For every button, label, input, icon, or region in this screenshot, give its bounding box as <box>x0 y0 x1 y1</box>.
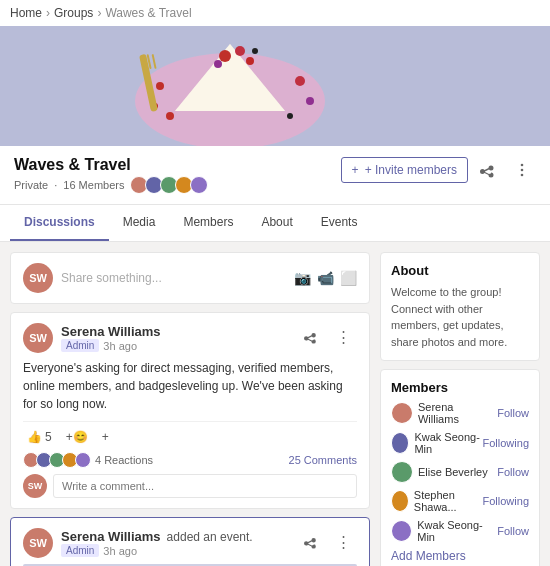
admin-badge: Admin <box>61 339 99 352</box>
like-count: 5 <box>45 430 52 444</box>
post-header: SW Serena Williams Admin 3h ago ⋮ <box>23 323 357 353</box>
group-members-count: 16 Members <box>63 179 124 191</box>
share-input[interactable]: Share something... <box>61 271 286 285</box>
tab-media[interactable]: Media <box>109 205 170 241</box>
member-row: Stephen Shawa... Following <box>391 489 529 513</box>
svg-point-9 <box>156 82 164 90</box>
member-row: Serena Williams Follow <box>391 401 529 425</box>
invite-label: + Invite members <box>365 163 457 177</box>
member-row: Kwak Seong-Min Follow <box>391 519 529 543</box>
share-tools: 📷 📹 ⬜ <box>294 270 357 286</box>
share-group-button[interactable] <box>474 156 502 184</box>
emoji-icon: +😊 <box>66 430 88 444</box>
reactions-summary: 4 Reactions <box>23 452 153 468</box>
attach-icon[interactable]: ⬜ <box>340 270 357 286</box>
member-name: Kwak Seong-Min <box>414 431 482 455</box>
breadcrumb: Home › Groups › Wawes & Travel <box>0 0 550 26</box>
invite-members-button[interactable]: + + Invite members <box>341 157 468 183</box>
member-avatar <box>391 461 413 483</box>
post2-share-button[interactable] <box>297 528 325 556</box>
comment-input[interactable] <box>53 474 357 498</box>
sidebar-members-card: Members Serena Williams Follow Kwak Seon… <box>380 369 540 566</box>
about-text: Welcome to the group! Connect with other… <box>391 284 529 350</box>
tabs-bar: Discussions Media Members About Events <box>0 205 550 242</box>
post2-header: SW Serena Williams added an event. Admin… <box>23 528 357 558</box>
post2-action: added an event. <box>167 530 253 544</box>
main-layout: SW Share something... 📷 📹 ⬜ SW Serena Wi… <box>0 242 550 566</box>
svg-point-6 <box>246 57 254 65</box>
add-reaction-button[interactable]: + <box>98 428 113 446</box>
reactions-count: 4 Reactions <box>95 454 153 466</box>
group-info: Waves & Travel Private · 16 Members <box>14 156 208 194</box>
emoji-button[interactable]: +😊 <box>62 428 92 446</box>
post-options: ⋮ <box>297 323 357 351</box>
post2-author: SW Serena Williams added an event. Admin… <box>23 528 253 558</box>
share-icon <box>304 330 318 344</box>
group-name: Waves & Travel <box>14 156 208 174</box>
breadcrumb-home[interactable]: Home <box>10 6 42 20</box>
post-share-button[interactable] <box>297 323 325 351</box>
member-info: Kwak Seong-Min <box>391 519 497 543</box>
svg-point-14 <box>166 112 174 120</box>
member-info: Serena Williams <box>391 401 497 425</box>
post2-more-button[interactable]: ⋮ <box>329 528 357 556</box>
add-members-link[interactable]: Add Members <box>391 549 529 563</box>
svg-point-5 <box>235 46 245 56</box>
sidebar: About Welcome to the group! Connect with… <box>380 252 540 566</box>
members-title: Members <box>391 380 529 395</box>
like-button[interactable]: 👍 5 <box>23 428 56 446</box>
about-title: About <box>391 263 529 278</box>
author-info: Serena Williams Admin 3h ago <box>61 324 161 352</box>
share-box: SW Share something... 📷 📹 ⬜ <box>10 252 370 304</box>
follow-button-2[interactable]: Follow <box>497 466 529 478</box>
author-avatar: SW <box>23 323 53 353</box>
author-meta: Admin 3h ago <box>61 339 161 352</box>
follow-button-0[interactable]: Follow <box>497 407 529 419</box>
svg-point-20 <box>521 169 524 172</box>
svg-point-12 <box>306 97 314 105</box>
member-row: Elise Beverley Follow <box>391 461 529 483</box>
comments-count[interactable]: 25 Comments <box>289 454 357 466</box>
svg-point-21 <box>521 174 524 177</box>
like-icon: 👍 <box>27 430 42 444</box>
tab-members[interactable]: Members <box>169 205 247 241</box>
svg-point-19 <box>521 164 524 167</box>
follow-button-4[interactable]: Follow <box>497 525 529 537</box>
hero-illustration <box>0 26 550 146</box>
post2-author-info: Serena Williams added an event. Admin 3h… <box>61 529 253 557</box>
user-avatar: SW <box>23 263 53 293</box>
post-card-2: SW Serena Williams added an event. Admin… <box>10 517 370 566</box>
member-avatar <box>391 520 412 542</box>
more-options-button[interactable] <box>508 156 536 184</box>
breadcrumb-groups[interactable]: Groups <box>54 6 93 20</box>
group-header: Waves & Travel Private · 16 Members + + … <box>0 146 550 205</box>
group-meta: Private · 16 Members <box>14 176 208 194</box>
member-name: Stephen Shawa... <box>414 489 483 513</box>
member-info: Kwak Seong-Min <box>391 431 483 455</box>
post2-meta: Admin 3h ago <box>61 544 253 557</box>
member-info: Stephen Shawa... <box>391 489 483 513</box>
tab-about[interactable]: About <box>247 205 306 241</box>
sidebar-about-card: About Welcome to the group! Connect with… <box>380 252 540 361</box>
follow-button-1[interactable]: Following <box>483 437 529 449</box>
member-avatar <box>391 402 413 424</box>
feed: SW Share something... 📷 📹 ⬜ SW Serena Wi… <box>10 252 370 566</box>
hero-image <box>0 26 550 146</box>
camera-icon[interactable]: 📷 <box>294 270 311 286</box>
follow-button-3[interactable]: Following <box>483 495 529 507</box>
tab-discussions[interactable]: Discussions <box>10 205 109 241</box>
tab-events[interactable]: Events <box>307 205 372 241</box>
member-name: Elise Beverley <box>418 466 488 478</box>
group-member-avatars <box>130 176 208 194</box>
member-row: Kwak Seong-Min Following <box>391 431 529 455</box>
post-more-button[interactable]: ⋮ <box>329 323 357 351</box>
group-actions: + + Invite members <box>341 156 536 184</box>
video-icon[interactable]: 📹 <box>317 270 334 286</box>
invite-icon: + <box>352 163 359 177</box>
breadcrumb-current: Wawes & Travel <box>105 6 191 20</box>
post-actions: 👍 5 +😊 + <box>23 421 357 446</box>
comment-box: SW <box>23 474 357 498</box>
member-info: Elise Beverley <box>391 461 488 483</box>
svg-point-8 <box>252 48 258 54</box>
post2-avatar: SW <box>23 528 53 558</box>
